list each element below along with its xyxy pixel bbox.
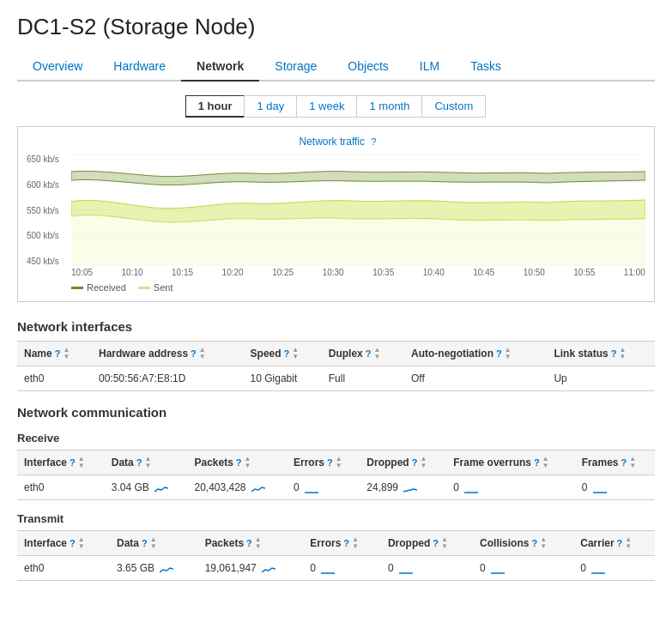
trans-cell-errors: 0 xyxy=(303,556,381,581)
legend-sent-label: Sent xyxy=(154,282,173,293)
page-title: DC1-S2 (Storage Node) xyxy=(17,14,655,40)
chart-inner xyxy=(71,154,645,266)
trans-data-help[interactable]: ? xyxy=(142,538,148,548)
recv-cell-frames: 0 xyxy=(575,475,655,500)
hardware-help-icon[interactable]: ? xyxy=(191,348,197,359)
tab-overview[interactable]: Overview xyxy=(17,52,98,82)
speed-help-icon[interactable]: ? xyxy=(284,348,290,359)
name-sort[interactable]: ▲▼ xyxy=(63,347,70,360)
recv-frames-sort[interactable]: ▲▼ xyxy=(629,456,636,469)
recv-cell-frameoverruns: 0 xyxy=(446,475,575,500)
chart-container: Network traffic ? 650 kb/s 600 kb/s 550 … xyxy=(17,126,655,302)
recv-dropped-help[interactable]: ? xyxy=(412,457,418,468)
recv-frameoverrun-help[interactable]: ? xyxy=(534,457,540,468)
trans-carrier-help[interactable]: ? xyxy=(617,538,623,548)
table-row: eth0 3.04 GB 20,403,428 0 xyxy=(17,475,655,500)
trans-col-data: Data ? ▲▼ xyxy=(110,531,198,556)
trans-collisions-sort[interactable]: ▲▼ xyxy=(540,536,547,550)
autoneg-sort[interactable]: ▲▼ xyxy=(505,347,512,360)
time-tab-custom[interactable]: Custom xyxy=(421,95,486,118)
transmit-title: Transmit xyxy=(17,512,655,525)
recv-frameoverrun-sort[interactable]: ▲▼ xyxy=(542,456,549,469)
network-communication-title: Network communication xyxy=(17,405,655,420)
col-hardware-address: Hardware address ? ▲▼ xyxy=(92,342,244,366)
time-tab-1day[interactable]: 1 day xyxy=(244,95,297,118)
chart-x-labels: 10:05 10:10 10:15 10:20 10:25 10:30 10:3… xyxy=(71,268,645,277)
legend-received: Received xyxy=(71,282,126,293)
linkstatus-sort[interactable]: ▲▼ xyxy=(620,347,627,360)
trans-dropped-help[interactable]: ? xyxy=(433,538,439,548)
recv-frames-help[interactable]: ? xyxy=(621,457,627,468)
recv-frames-minichart xyxy=(593,483,607,493)
chart-svg xyxy=(71,154,645,266)
time-tab-1hour[interactable]: 1 hour xyxy=(185,95,245,118)
table-row: eth0 00:50:56:A7:E8:1D 10 Gigabit Full O… xyxy=(17,366,655,391)
trans-col-collisions: Collisions ? ▲▼ xyxy=(473,531,573,556)
recv-data-sort[interactable]: ▲▼ xyxy=(145,456,152,469)
name-help-icon[interactable]: ? xyxy=(55,348,61,359)
recv-interface-help[interactable]: ? xyxy=(70,457,76,468)
trans-data-sort[interactable]: ▲▼ xyxy=(150,536,157,550)
hardware-sort[interactable]: ▲▼ xyxy=(199,347,206,360)
recv-frameoverrun-minichart xyxy=(464,483,478,493)
recv-packets-help[interactable]: ? xyxy=(236,457,242,468)
speed-sort[interactable]: ▲▼ xyxy=(292,347,299,360)
duplex-sort[interactable]: ▲▼ xyxy=(374,347,381,360)
trans-packets-minichart xyxy=(262,564,275,574)
trans-packets-sort[interactable]: ▲▼ xyxy=(255,536,262,550)
tab-ilm[interactable]: ILM xyxy=(404,52,455,82)
recv-cell-interface: eth0 xyxy=(17,475,105,500)
trans-interface-sort[interactable]: ▲▼ xyxy=(78,536,85,550)
recv-packets-sort[interactable]: ▲▼ xyxy=(245,456,251,469)
recv-col-interface: Interface ? ▲▼ xyxy=(17,451,105,475)
recv-dropped-sort[interactable]: ▲▼ xyxy=(420,456,427,469)
time-tab-1month[interactable]: 1 month xyxy=(356,95,422,118)
legend-received-label: Received xyxy=(87,282,126,293)
trans-col-carrier: Carrier ? ▲▼ xyxy=(573,531,655,556)
col-duplex: Duplex ? ▲▼ xyxy=(322,342,404,366)
tab-network[interactable]: Network xyxy=(181,52,259,82)
cell-speed: 10 Gigabit xyxy=(244,366,322,391)
trans-errors-sort[interactable]: ▲▼ xyxy=(352,536,359,550)
chart-help-icon[interactable]: ? xyxy=(371,136,376,147)
trans-interface-help[interactable]: ? xyxy=(70,538,76,548)
tab-storage[interactable]: Storage xyxy=(259,52,332,82)
trans-cell-packets: 19,061,947 xyxy=(198,556,304,581)
legend-sent-dot xyxy=(138,287,150,289)
recv-errors-sort[interactable]: ▲▼ xyxy=(336,456,342,469)
linkstatus-help-icon[interactable]: ? xyxy=(611,348,617,359)
trans-dropped-sort[interactable]: ▲▼ xyxy=(441,536,448,550)
trans-col-packets: Packets ? ▲▼ xyxy=(198,531,304,556)
autoneg-help-icon[interactable]: ? xyxy=(496,348,502,359)
trans-packets-help[interactable]: ? xyxy=(246,538,252,548)
cell-hardware-address: 00:50:56:A7:E8:1D xyxy=(92,366,244,391)
trans-carrier-sort[interactable]: ▲▼ xyxy=(625,536,632,550)
recv-data-minichart xyxy=(154,483,168,493)
col-speed: Speed ? ▲▼ xyxy=(244,342,322,366)
recv-errors-help[interactable]: ? xyxy=(327,457,333,468)
trans-errors-help[interactable]: ? xyxy=(343,538,349,548)
trans-cell-data: 3.65 GB xyxy=(110,556,198,581)
recv-interface-sort[interactable]: ▲▼ xyxy=(78,456,85,469)
trans-cell-carrier: 0 xyxy=(573,556,655,581)
recv-col-errors: Errors ? ▲▼ xyxy=(287,451,360,475)
time-tab-1week[interactable]: 1 week xyxy=(296,95,357,118)
table-row: eth0 3.65 GB 19,061,947 0 xyxy=(17,556,655,581)
cell-auto-negotiation: Off xyxy=(404,366,547,391)
legend-received-dot xyxy=(71,287,83,289)
recv-col-dropped: Dropped ? ▲▼ xyxy=(360,451,446,475)
trans-cell-interface: eth0 xyxy=(17,556,110,581)
recv-data-help[interactable]: ? xyxy=(136,457,142,468)
trans-errors-minichart xyxy=(321,564,335,574)
tab-tasks[interactable]: Tasks xyxy=(455,52,517,82)
tab-objects[interactable]: Objects xyxy=(332,52,403,82)
trans-collisions-help[interactable]: ? xyxy=(531,538,537,548)
col-name: Name ? ▲▼ xyxy=(17,342,92,366)
main-tabs: Overview Hardware Network Storage Object… xyxy=(17,52,655,82)
trans-dropped-minichart xyxy=(399,564,413,574)
time-tabs: 1 hour 1 day 1 week 1 month Custom xyxy=(17,95,655,118)
chart-legend: Received Sent xyxy=(27,282,645,293)
recv-cell-data: 3.04 GB xyxy=(105,475,188,500)
duplex-help-icon[interactable]: ? xyxy=(366,348,372,359)
tab-hardware[interactable]: Hardware xyxy=(98,52,181,82)
